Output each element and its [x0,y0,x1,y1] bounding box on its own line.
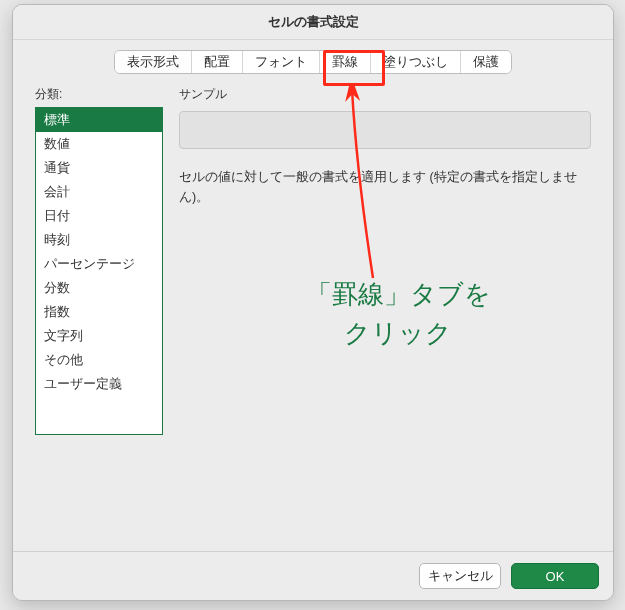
tab-bar: 表示形式 配置 フォント 罫線 塗りつぶし 保護 [13,40,613,82]
category-item-standard[interactable]: 標準 [36,108,162,132]
category-item-accounting[interactable]: 会計 [36,180,162,204]
sample-preview [179,111,591,149]
category-item-date[interactable]: 日付 [36,204,162,228]
dialog-footer: キャンセル OK [13,551,613,600]
category-item-fraction[interactable]: 分数 [36,276,162,300]
dialog-title: セルの書式設定 [268,13,359,31]
tab-number-format[interactable]: 表示形式 [115,51,192,73]
category-item-currency[interactable]: 通貨 [36,156,162,180]
tab-fill[interactable]: 塗りつぶし [371,51,461,73]
category-item-text[interactable]: 文字列 [36,324,162,348]
category-item-percentage[interactable]: パーセンテージ [36,252,162,276]
tab-segmented-control: 表示形式 配置 フォント 罫線 塗りつぶし 保護 [114,50,512,74]
tab-font[interactable]: フォント [243,51,320,73]
category-item-custom[interactable]: ユーザー定義 [36,372,162,396]
category-item-special[interactable]: その他 [36,348,162,372]
cancel-button[interactable]: キャンセル [419,563,501,589]
tab-protection[interactable]: 保護 [461,51,511,73]
category-item-scientific[interactable]: 指数 [36,300,162,324]
format-cells-dialog: セルの書式設定 表示形式 配置 フォント 罫線 塗りつぶし 保護 分類: 標準 … [12,4,614,601]
category-label: 分類: [35,86,163,103]
tab-alignment[interactable]: 配置 [192,51,243,73]
ok-button[interactable]: OK [511,563,599,589]
format-description: セルの値に対して一般の書式を適用します (特定の書式を指定しません)。 [179,167,591,207]
category-item-number[interactable]: 数値 [36,132,162,156]
category-item-time[interactable]: 時刻 [36,228,162,252]
category-list[interactable]: 標準 数値 通貨 会計 日付 時刻 パーセンテージ 分数 指数 文字列 その他 … [35,107,163,435]
tab-border[interactable]: 罫線 [320,51,371,73]
sample-label: サンプル [179,86,591,103]
dialog-titlebar: セルの書式設定 [13,5,613,40]
